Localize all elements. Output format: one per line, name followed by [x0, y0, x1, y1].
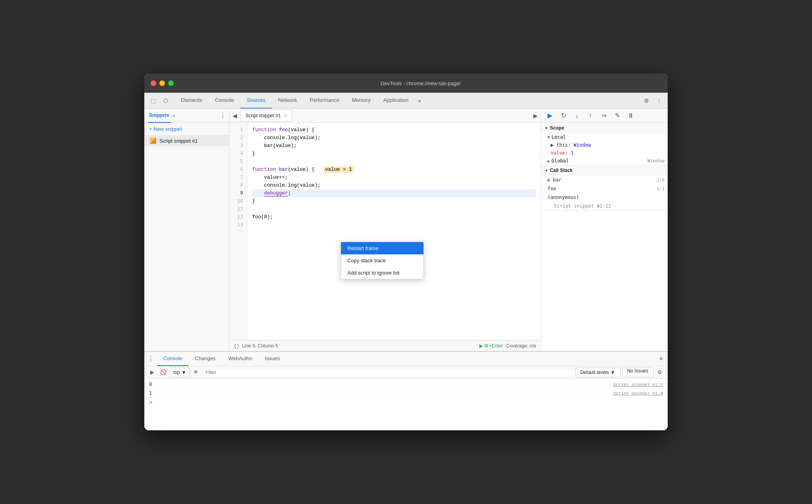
- editor-tab-snippet1[interactable]: Script snippet #1 ×: [240, 110, 292, 122]
- call-stack-anon[interactable]: (anonymous): [541, 193, 668, 202]
- cursor-icon[interactable]: ⬚: [147, 95, 159, 106]
- line-numbers: 1 2 3 4 5 6 7 8 9 10: [230, 123, 247, 340]
- customize-icon[interactable]: ⋮: [653, 95, 665, 106]
- eye-btn[interactable]: 👁: [192, 368, 201, 377]
- tab-memory[interactable]: Memory: [346, 93, 377, 109]
- code-content[interactable]: function foo(value) { console.log(value)…: [247, 123, 541, 340]
- line-num-6: 6: [230, 166, 247, 174]
- tab-sources[interactable]: Sources: [240, 93, 272, 109]
- levels-button[interactable]: Default levels ▼: [575, 368, 620, 377]
- editor-nav-back-icon[interactable]: ◀: [233, 113, 237, 119]
- editor-tab-close-icon[interactable]: ×: [284, 113, 287, 118]
- bottom-tab-changes[interactable]: Changes: [189, 352, 222, 366]
- top-tab-bar: ⬚ ⬡ Elements Console Sources Network Per…: [144, 93, 668, 109]
- step-into-button[interactable]: ↓: [571, 110, 582, 121]
- code-line-9: debugger;: [252, 189, 536, 197]
- console-source-1[interactable]: Script snippet #1:8: [613, 391, 663, 396]
- global-value: Window: [647, 158, 665, 164]
- line-num-3: 3: [230, 142, 247, 150]
- snippet-label: Script snippet #1: [159, 138, 198, 144]
- run-label[interactable]: ▶ ⌘+Enter: [479, 343, 503, 349]
- maximize-button[interactable]: [168, 80, 174, 86]
- code-line-11: [252, 205, 536, 213]
- close-button[interactable]: [151, 80, 156, 86]
- line-num-13: 13: [230, 221, 247, 229]
- console-clear-btn[interactable]: ▶: [147, 368, 157, 377]
- bottom-tab-console[interactable]: Console: [157, 352, 189, 366]
- window-title: DevTools - chrome://new-tab-page/: [180, 80, 661, 86]
- cs-snippet-loc: Script snippet #1:12: [554, 203, 611, 209]
- code-line-12: foo(0);: [252, 213, 536, 221]
- sidebar-options-icon[interactable]: ⋮: [220, 112, 226, 119]
- editor-tabs: ◀ Script snippet #1 × ▶: [230, 109, 541, 123]
- sidebar-tab-snippets[interactable]: Snippets: [147, 109, 171, 123]
- tab-network[interactable]: Network: [272, 93, 304, 109]
- filter-input[interactable]: [203, 370, 574, 375]
- pretty-print-btn[interactable]: { }: [234, 343, 239, 349]
- call-stack-title: Call Stack: [550, 168, 573, 173]
- line-num-8: 8: [230, 181, 247, 189]
- device-toolbar-icon[interactable]: ⬡: [160, 95, 171, 106]
- editor-tab-run-icon[interactable]: ▶: [533, 113, 538, 119]
- step-out-button[interactable]: ↑: [585, 110, 596, 121]
- console-value-1: 1: [149, 391, 152, 396]
- code-line-1: function foo(value) {: [252, 126, 536, 134]
- cs-foo-label: foo: [548, 186, 556, 191]
- code-line-10: }: [252, 197, 536, 205]
- code-line-3: bar(value);: [252, 142, 536, 150]
- new-snippet-button[interactable]: + New snippet: [144, 123, 229, 135]
- line-num-1: 1: [230, 126, 247, 134]
- console-row-0: 0 Script snippet #1:2: [144, 380, 668, 389]
- scope-header[interactable]: ▼ Scope: [541, 123, 668, 133]
- top-tabs-right: ⚙ ⋮: [641, 95, 665, 106]
- bottom-close-icon[interactable]: ×: [658, 355, 665, 363]
- pause-exceptions-button[interactable]: ⏸: [625, 110, 636, 121]
- bottom-options-icon[interactable]: ⋮: [147, 355, 154, 363]
- step-button[interactable]: ⇒: [598, 110, 609, 121]
- call-stack-bar[interactable]: ▶ bar 1:9: [541, 176, 668, 184]
- status-right: ▶ ⌘+Enter Coverage: n/a: [479, 343, 536, 349]
- console-source-0[interactable]: Script snippet #1:2: [613, 382, 663, 387]
- line-num-12: 12: [230, 213, 247, 221]
- scope-this: ▶ this: Window: [541, 141, 668, 149]
- top-context-selector[interactable]: top ▼: [170, 368, 190, 377]
- no-issues-button[interactable]: No Issues: [622, 368, 653, 377]
- line-num-4: 4: [230, 150, 247, 158]
- console-settings-icon[interactable]: ⚙: [655, 368, 665, 377]
- console-value-0: 0: [149, 382, 152, 388]
- coverage-label: Coverage: n/a: [506, 343, 536, 349]
- more-tabs-icon[interactable]: »: [415, 97, 424, 104]
- settings-icon[interactable]: ⚙: [641, 95, 652, 106]
- tab-application[interactable]: Application: [377, 93, 415, 109]
- bottom-tab-issues[interactable]: Issues: [259, 352, 286, 366]
- tab-console[interactable]: Console: [209, 93, 240, 109]
- resume-button[interactable]: ▶: [544, 110, 555, 121]
- ctx-add-to-ignore[interactable]: Add script to ignore list: [341, 267, 423, 279]
- tab-elements[interactable]: Elements: [174, 93, 209, 109]
- bottom-tabs: ⋮ Console Changes WebAuthn Issues ×: [144, 352, 668, 366]
- cs-bar-loc: 1:9: [657, 178, 665, 183]
- code-line-8: console.log(value);: [252, 181, 536, 189]
- local-header[interactable]: ▼ Local: [541, 133, 668, 141]
- line-num-9: 9: [230, 189, 247, 197]
- tab-performance[interactable]: Performance: [303, 93, 345, 109]
- call-stack-snippet-loc: Script snippet #1:12: [541, 202, 668, 210]
- console-block-btn[interactable]: 🚫: [159, 368, 168, 377]
- deactivate-button[interactable]: ✎: [612, 110, 623, 121]
- step-over-button[interactable]: ↻: [558, 110, 569, 121]
- local-title: Local: [552, 134, 566, 140]
- bottom-tab-webauthn[interactable]: WebAuthn: [222, 352, 259, 366]
- ctx-restart-frame[interactable]: Restart frame: [341, 242, 423, 254]
- devtools-window: DevTools - chrome://new-tab-page/ ⬚ ⬡ El…: [144, 74, 668, 430]
- call-stack-foo[interactable]: foo 1:3: [541, 184, 668, 193]
- sidebar-more-icon[interactable]: »: [172, 113, 175, 118]
- minimize-button[interactable]: [159, 80, 165, 86]
- call-stack-header[interactable]: ▼ Call Stack: [541, 165, 668, 176]
- bottom-panel: ⋮ Console Changes WebAuthn Issues × ▶ 🚫 …: [144, 351, 668, 430]
- console-prompt[interactable]: >: [144, 398, 668, 407]
- console-row-1: 1 Script snippet #1:8: [144, 389, 668, 398]
- snippet-item[interactable]: Script snippet #1: [144, 135, 229, 146]
- global-header[interactable]: ▶ Global Window: [541, 157, 668, 165]
- scope-title: Scope: [550, 125, 564, 131]
- ctx-copy-stack-trace[interactable]: Copy stack trace: [341, 254, 423, 267]
